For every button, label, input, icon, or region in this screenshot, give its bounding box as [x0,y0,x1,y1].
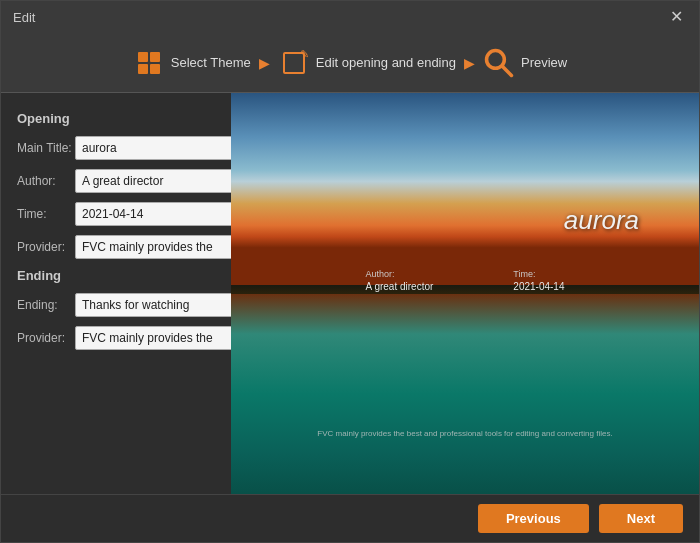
preview-author-key: Author: [366,269,434,279]
provider-input[interactable] [75,235,231,259]
ending-section-label: Ending [17,268,215,283]
preview-time-key: Time: [513,269,564,279]
step2-edit-opening-ending[interactable]: Edit opening and ending [278,47,456,79]
search-icon [483,47,515,79]
ending-provider-input[interactable] [75,326,231,350]
time-row: Time: [17,202,215,226]
preview-meta: Author: A great director Time: 2021-04-1… [271,269,659,292]
author-input[interactable] [75,169,231,193]
window-title: Edit [13,10,35,25]
preview-time-col: Time: 2021-04-14 [513,269,564,292]
author-row: Author: [17,169,215,193]
edit-window: Edit ✕ Select Theme ▶ Edit opening and e… [0,0,700,543]
main-title-row: Main Title: [17,136,215,160]
next-button[interactable]: Next [599,504,683,533]
preview-water [231,294,699,495]
ending-row: Ending: [17,293,215,317]
provider-label: Provider: [17,240,75,254]
step1-label: Select Theme [171,55,251,70]
left-panel: Opening Main Title: Author: Time: Provid… [1,93,231,494]
ending-field-label: Ending: [17,298,75,312]
author-label: Author: [17,174,75,188]
main-title-input[interactable] [75,136,231,160]
preview-author-val: A great director [366,281,434,292]
close-button[interactable]: ✕ [666,7,687,27]
opening-section-label: Opening [17,111,215,126]
arrow1-icon: ▶ [259,55,270,71]
ending-provider-row: Provider: [17,326,215,350]
step3-label: Preview [521,55,567,70]
svg-line-1 [503,66,512,75]
toolbar: Select Theme ▶ Edit opening and ending ▶… [1,33,699,93]
grid-icon [133,47,165,79]
edit-icon [278,47,310,79]
main-title-label: Main Title: [17,141,75,155]
step1-select-theme[interactable]: Select Theme [133,47,251,79]
preview-time-val: 2021-04-14 [513,281,564,292]
bottom-bar: Previous Next [1,494,699,542]
preview-author-col: Author: A great director [366,269,434,292]
time-input[interactable] [75,202,231,226]
title-bar: Edit ✕ [1,1,699,33]
time-label: Time: [17,207,75,221]
preview-provider-text: FVC mainly provides the best and profess… [231,429,699,438]
step3-preview[interactable]: Preview [483,47,567,79]
ending-input[interactable] [75,293,231,317]
step2-label: Edit opening and ending [316,55,456,70]
ending-provider-label: Provider: [17,331,75,345]
arrow2-icon: ▶ [464,55,475,71]
preview-panel: aurora Author: A great director Time: 20… [231,93,699,494]
preview-title: aurora [564,205,639,236]
content-area: Opening Main Title: Author: Time: Provid… [1,93,699,494]
previous-button[interactable]: Previous [478,504,589,533]
provider-row: Provider: [17,235,215,259]
